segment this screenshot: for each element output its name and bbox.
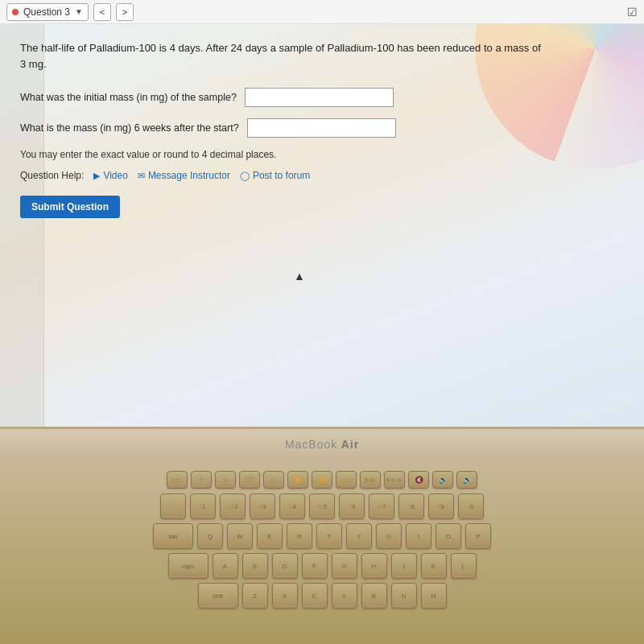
- question-status-dot: [12, 9, 19, 15]
- key-shift-left[interactable]: shift: [198, 583, 238, 609]
- key-f6[interactable]: 🔆: [312, 471, 332, 489]
- fn-key-row: esc ☀ ☀ ⌨ ◫ 🔅 🔆 ◁◁ ▶▶ ▶▶▶ 🔇 🔉 🔊: [24, 471, 620, 489]
- key-f9[interactable]: ▶▶▶: [384, 471, 405, 489]
- dropdown-icon: ▼: [75, 7, 83, 16]
- part1-row: What was the initial mass (in mg) of the…: [20, 88, 624, 107]
- key-f7[interactable]: ◁◁: [336, 471, 357, 489]
- decimal-note: You may enter the exact value or round t…: [20, 149, 624, 160]
- key-f8[interactable]: ▶▶: [360, 471, 381, 489]
- key-m[interactable]: M: [421, 583, 447, 609]
- message-instructor-link[interactable]: ✉ Message Instructor: [138, 170, 230, 181]
- key-9[interactable]: (9: [428, 493, 454, 519]
- question-selector-label: Question 3: [23, 6, 70, 18]
- help-label: Question Help:: [20, 170, 84, 181]
- key-e[interactable]: E: [257, 523, 283, 549]
- key-f4[interactable]: ◫: [263, 471, 284, 489]
- keyboard-grid: esc ☀ ☀ ⌨ ◫ 🔅 🔆 ◁◁ ▶▶ ▶▶▶ 🔇 🔉 🔊 ~ !1 @2 …: [24, 471, 620, 613]
- keyboard-area: esc ☀ ☀ ⌨ ◫ 🔅 🔆 ◁◁ ▶▶ ▶▶▶ 🔇 🔉 🔊 ~ !1 @2 …: [0, 459, 644, 644]
- message-icon: ✉: [138, 171, 145, 181]
- key-y[interactable]: Y: [346, 523, 372, 549]
- key-l[interactable]: L: [451, 553, 477, 579]
- macbook-brand: MacBook: [285, 438, 337, 451]
- key-f2[interactable]: ☀: [215, 471, 236, 489]
- help-row: Question Help: ▶ Video ✉ Message Instruc…: [20, 170, 624, 181]
- key-backtick[interactable]: ~: [160, 493, 186, 519]
- qwerty-key-row: tab Q W E R T Y U I O P: [24, 523, 620, 549]
- key-f1[interactable]: ☀: [191, 471, 212, 489]
- post-forum-link[interactable]: ◯ Post to forum: [240, 170, 310, 181]
- part1-label: What was the initial mass (in mg) of the…: [20, 92, 237, 103]
- key-f12[interactable]: 🔊: [456, 471, 477, 489]
- key-b[interactable]: B: [361, 583, 387, 609]
- number-key-row: ~ !1 @2 #3 $4 %5 ^6 &7 *8 (9 )0: [24, 493, 620, 519]
- content-area: The half-life of Palladium-100 is 4 days…: [0, 24, 644, 427]
- key-x[interactable]: X: [272, 583, 298, 609]
- forum-link-label: Post to forum: [253, 170, 310, 181]
- key-f[interactable]: F: [302, 553, 328, 579]
- key-caps[interactable]: caps: [168, 553, 208, 579]
- checkmark-icon: ☑: [627, 6, 638, 19]
- key-6[interactable]: ^6: [339, 493, 365, 519]
- key-w[interactable]: W: [227, 523, 253, 549]
- laptop-bezel: MacBook Air: [0, 427, 644, 459]
- key-5[interactable]: %5: [309, 493, 335, 519]
- video-link-label: Video: [103, 170, 127, 181]
- key-g[interactable]: G: [332, 553, 357, 579]
- forum-icon: ◯: [240, 171, 250, 181]
- macbook-label: MacBook Air: [285, 438, 359, 451]
- key-2[interactable]: @2: [220, 493, 246, 519]
- key-f3[interactable]: ⌨: [239, 471, 260, 489]
- part1-input[interactable]: [245, 88, 394, 107]
- key-t[interactable]: T: [316, 523, 342, 549]
- key-q[interactable]: Q: [197, 523, 223, 549]
- key-j[interactable]: J: [391, 553, 417, 579]
- key-k[interactable]: K: [421, 553, 447, 579]
- key-i[interactable]: I: [406, 523, 431, 549]
- key-v[interactable]: V: [332, 583, 357, 609]
- question-text: The half-life of Palladium-100 is 4 days…: [20, 40, 543, 72]
- zxcv-key-row: shift Z X C V B N M: [24, 583, 620, 609]
- laptop-screen: Question 3 ▼ < > ☑ The half-life of Pall…: [0, 0, 644, 427]
- toolbar-right: ☑: [627, 6, 638, 19]
- video-link[interactable]: ▶ Video: [93, 170, 127, 181]
- part2-input[interactable]: [247, 118, 396, 138]
- key-z[interactable]: Z: [242, 583, 268, 609]
- cursor: ▲: [294, 270, 305, 283]
- part2-label: What is the mass (in mg) 6 weeks after t…: [20, 122, 239, 134]
- submit-question-button[interactable]: Submit Question: [20, 196, 120, 218]
- key-n[interactable]: N: [391, 583, 417, 609]
- key-4[interactable]: $4: [279, 493, 305, 519]
- toolbar: Question 3 ▼ < > ☑: [0, 0, 644, 24]
- key-f5[interactable]: 🔅: [287, 471, 308, 489]
- key-0[interactable]: )0: [458, 493, 484, 519]
- key-d[interactable]: D: [272, 553, 298, 579]
- key-1[interactable]: !1: [190, 493, 216, 519]
- video-icon: ▶: [93, 171, 100, 181]
- key-3[interactable]: #3: [250, 493, 275, 519]
- part2-row: What is the mass (in mg) 6 weeks after t…: [20, 118, 624, 138]
- key-esc[interactable]: esc: [167, 471, 188, 489]
- key-8[interactable]: *8: [398, 493, 424, 519]
- key-o[interactable]: O: [436, 523, 461, 549]
- macbook-model: Air: [341, 438, 359, 451]
- asdf-key-row: caps A S D F G H J K L: [24, 553, 620, 579]
- key-7[interactable]: &7: [369, 493, 394, 519]
- key-s[interactable]: S: [242, 553, 268, 579]
- key-a[interactable]: A: [213, 553, 238, 579]
- prev-question-button[interactable]: <: [93, 3, 111, 21]
- key-f11[interactable]: 🔉: [432, 471, 453, 489]
- key-r[interactable]: R: [287, 523, 312, 549]
- key-u[interactable]: U: [376, 523, 402, 549]
- key-tab[interactable]: tab: [153, 523, 193, 549]
- key-p[interactable]: P: [465, 523, 491, 549]
- next-question-button[interactable]: >: [116, 3, 134, 21]
- message-link-label: Message Instructor: [148, 170, 230, 181]
- question-selector[interactable]: Question 3 ▼: [6, 3, 89, 21]
- key-c[interactable]: C: [302, 583, 328, 609]
- key-h[interactable]: H: [361, 553, 387, 579]
- key-f10[interactable]: 🔇: [408, 471, 429, 489]
